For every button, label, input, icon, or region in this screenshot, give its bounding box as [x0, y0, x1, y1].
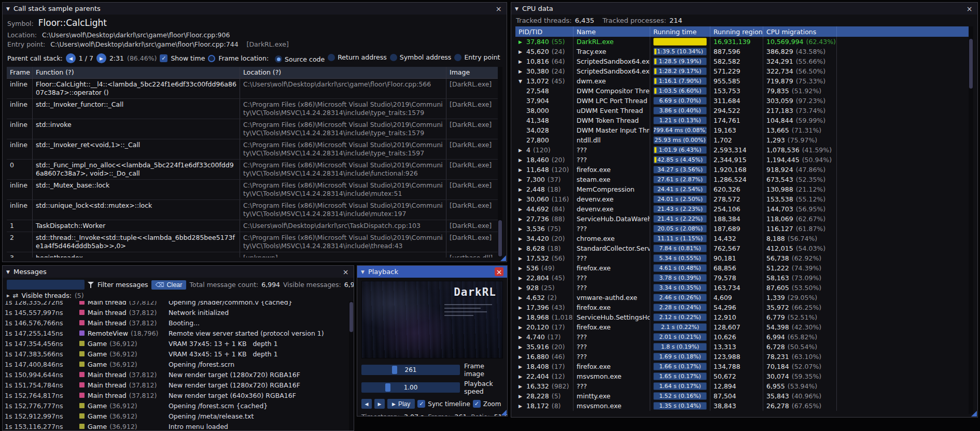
column-header[interactable]: Frame	[7, 67, 33, 78]
cpu-row[interactable]: ▶16,332(982)???1.64 s (0.17%)12,8946,955…	[515, 381, 973, 391]
expand-arrow-icon[interactable]: ▶	[519, 394, 526, 399]
expand-arrow-icon[interactable]: ▶	[519, 295, 526, 300]
message-row[interactable]: 1s 145,557,997nsMain thread(37,812)Netwo…	[3, 307, 349, 318]
expand-arrow-icon[interactable]: ▶	[519, 49, 526, 54]
column-header[interactable]: Name	[573, 26, 650, 37]
cpu-row[interactable]: 27,800ntdll.dll25.93 ms (0.00%)1,7021,29…	[515, 135, 973, 145]
cpu-row[interactable]: 27,548DWM Compositor Thread1:03.5 (6.60%…	[515, 86, 973, 96]
table-row[interactable]: inlinestd::_Mutex_base::lockC:\Program F…	[7, 180, 498, 200]
messages-titlebar[interactable]: ▼ Messages ×	[3, 266, 354, 278]
expand-arrow-icon[interactable]: ▶	[519, 354, 526, 360]
cpu-row[interactable]: ▶18,408(17)firefox.exe1.66 s (0.17%)134,…	[515, 362, 973, 371]
expand-arrow-icon[interactable]: ▶	[519, 246, 526, 251]
cpu-row[interactable]: ▶18,460(20)???42.85 s (4.45%)2,344,9151,…	[515, 155, 973, 165]
messages-scrollbar[interactable]	[349, 301, 354, 430]
message-row[interactable]: 1s 147,400,846nsGame(36,912)Opening /for…	[3, 359, 349, 369]
filter-input[interactable]	[7, 280, 85, 290]
expand-arrow-icon[interactable]: ▶	[519, 266, 526, 271]
column-header[interactable]: Running time	[650, 26, 710, 37]
column-header[interactable]: Image	[446, 67, 498, 78]
cpu-row[interactable]: ▶35,916(20)???1.8 s (0.19%)13,3136,728(5…	[515, 342, 973, 352]
play-button[interactable]: ▶ Play	[387, 399, 415, 409]
expand-arrow-icon[interactable]: ▶	[519, 197, 526, 202]
expand-arrow-icon[interactable]: ▶	[519, 69, 526, 74]
close-icon[interactable]: ×	[341, 267, 350, 276]
cpu-row[interactable]: ▶4,740(17)???2.01 s (0.21%)10,6266,994(6…	[515, 332, 973, 342]
slider-grabber[interactable]	[392, 366, 397, 374]
expand-arrow-icon[interactable]: ▶	[519, 177, 526, 182]
zoom-option[interactable]: Zoom 2×	[473, 400, 503, 408]
expand-arrow-icon[interactable]: ▶	[519, 315, 526, 320]
radio-source-code[interactable]: Source code	[275, 55, 325, 63]
collapse-arrow-icon[interactable]: ▼	[6, 269, 10, 275]
tree-collapsed-icon[interactable]: ▸	[7, 292, 10, 299]
cpu-row[interactable]: ▶4,632(2)vmware-authd.exe2.46 s (0.26%)4…	[515, 293, 973, 303]
message-row[interactable]: 1s 150,994,644nsMain thread(37,812)New r…	[3, 369, 349, 380]
collapse-arrow-icon[interactable]: ▼	[515, 6, 519, 11]
expand-arrow-icon[interactable]: ▶	[519, 217, 526, 222]
column-header[interactable]: Function (?)	[33, 67, 240, 78]
radio-return-address[interactable]: Return address	[328, 53, 387, 61]
callstack-titlebar[interactable]: ▼ Call stack sample parents ×	[3, 3, 507, 15]
resize-grip[interactable]	[971, 411, 977, 416]
table-row[interactable]: 0std::_Func_impl_no_alloc<<lambda_5bc224…	[7, 160, 498, 180]
expand-arrow-icon[interactable]: ▶	[519, 148, 526, 153]
message-row[interactable]: 1s 147,354,456nsGame(36,912)VRAM 37x45: …	[3, 338, 349, 349]
message-row[interactable]: 1s 151,754,784nsMain thread(37,812)New r…	[3, 380, 349, 390]
message-row[interactable]: 1s 153,116,277nsGame(36,912)Intro menu l…	[3, 421, 349, 430]
collapse-arrow-icon[interactable]: ▼	[6, 6, 10, 11]
frame-image-slider[interactable]: 261	[361, 365, 460, 375]
collapse-arrow-icon[interactable]: ▼	[361, 269, 365, 275]
cpu-row[interactable]: ▼13,072(45)dwm.exe1:16.1 (7.90%)955,5857…	[515, 76, 973, 86]
resize-grip[interactable]	[500, 255, 506, 261]
playback-speed-slider[interactable]: 1.00	[361, 382, 460, 393]
message-row[interactable]: 1s 146,576,766nsMain thread(37,812)Booti…	[3, 318, 349, 328]
cpu-row[interactable]: 41,348DWM Token Thread1.21 s (0.13%)174,…	[515, 116, 973, 125]
message-row[interactable]: 1s 152,764,817nsMain thread(37,812)New r…	[3, 390, 349, 400]
cpu-row[interactable]: ▶17,532(56)???5.34 s (0.55%)90,18156,738…	[515, 253, 973, 263]
column-header[interactable]: PID/TID	[515, 26, 573, 37]
expand-arrow-icon[interactable]: ▼	[519, 79, 526, 84]
cpu-row[interactable]: ▶18,172(8)msvsmon.exe1.35 s (0.14%)38,84…	[515, 401, 973, 411]
column-header[interactable]: CPU migrations	[763, 26, 837, 37]
expand-arrow-icon[interactable]: ▶	[519, 187, 526, 192]
expand-arrow-icon[interactable]: ▶	[519, 285, 526, 291]
cpu-row[interactable]: ▶45,620(24)Tracy.exe1:39.5 (10.34%)887,5…	[515, 47, 973, 56]
expand-arrow-icon[interactable]: ▶	[519, 276, 526, 281]
expand-arrow-icon[interactable]: ▶	[519, 207, 526, 212]
cpu-row[interactable]: ▶928(25)???3.34 s (0.35%)163,73487,605(5…	[515, 283, 973, 293]
cpu-row[interactable]: ▶2,448(18)MemCompression24.41 s (2.54%)6…	[515, 184, 973, 194]
expand-arrow-icon[interactable]: ▶	[519, 157, 526, 163]
expand-arrow-icon[interactable]: ▶	[519, 344, 526, 350]
close-icon[interactable]: ×	[495, 267, 503, 276]
sync-timeline-checkbox[interactable]	[417, 400, 425, 408]
cpu-row[interactable]: ▶37,840(55)DarkRL.exe16,931,13910,569,99…	[515, 37, 973, 47]
expand-arrow-icon[interactable]: ▶	[519, 226, 526, 232]
cpu-row[interactable]: ▶10,816(64)ScriptedSandbox64.exe1:28.5 (…	[515, 56, 973, 66]
expand-arrow-icon[interactable]: ▶	[519, 404, 526, 409]
cpu-row[interactable]: ▶3,536(75)???20.05 s (2.08%)187,689116,1…	[515, 224, 973, 234]
table-row[interactable]: inlineFloor::CalcLight::__l4::<lambda_5b…	[7, 79, 498, 99]
clear-button[interactable]: ⌫ Clear	[151, 280, 187, 290]
expand-arrow-icon[interactable]: ▶	[519, 305, 526, 310]
message-row[interactable]: 1s 128,335,272nsMain thread(37,812)Openi…	[3, 301, 349, 307]
zoom-checkbox[interactable]	[473, 400, 481, 408]
expand-arrow-icon[interactable]: ▶	[519, 335, 526, 340]
cpu-row[interactable]: ▶8,628(18)StandardCollector.Service.e7.8…	[515, 243, 973, 253]
expand-arrow-icon[interactable]: ▶	[519, 384, 526, 389]
expand-arrow-icon[interactable]: ▶	[519, 256, 526, 261]
scrollbar-thumb[interactable]	[498, 220, 502, 256]
cpu-titlebar[interactable]: ▼ CPU data ×	[511, 3, 977, 15]
close-icon[interactable]: ×	[494, 4, 503, 13]
cpu-row[interactable]: ▶27,736(88)ServiceHub.DataWarehouse21.41…	[515, 214, 973, 224]
sync-timeline-option[interactable]: Sync timeline	[417, 400, 470, 408]
expand-arrow-icon[interactable]: ▶	[519, 236, 526, 241]
cpu-row[interactable]: ▶22,404(12)msvsmon.exe1.65 s (0.17%)50,6…	[515, 371, 973, 381]
scrollbar-thumb[interactable]	[969, 39, 973, 89]
radio-symbol-address[interactable]: Symbol address	[390, 53, 452, 61]
cpu-row[interactable]: 37,904DWM LPC Port Thread6.69 s (0.70%)3…	[515, 96, 973, 106]
step-back-button[interactable]: ◀	[361, 399, 372, 409]
cpu-scrollbar[interactable]	[969, 26, 973, 414]
playback-titlebar[interactable]: ▼ Playback ×	[357, 266, 507, 278]
next-callstack-button[interactable]: ▶	[96, 53, 106, 63]
